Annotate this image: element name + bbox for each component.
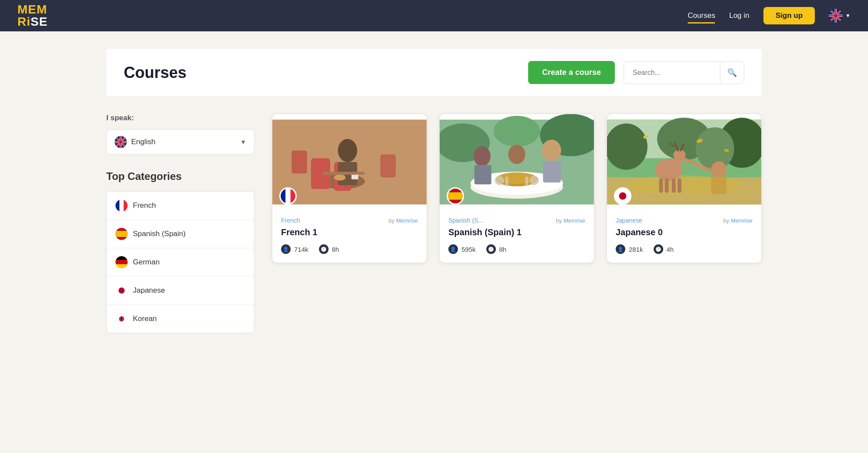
language-select-chevron: ▼ xyxy=(240,139,246,145)
learners-icon: 👤 xyxy=(281,244,291,254)
svg-rect-24 xyxy=(115,260,128,264)
japanese0-title: Japanese 0 xyxy=(616,227,753,237)
svg-rect-25 xyxy=(115,264,128,268)
japanese0-meta: Japanese by Memrise xyxy=(616,217,753,224)
spanish1-duration: 8h xyxy=(499,246,507,253)
svg-rect-61 xyxy=(525,177,528,186)
course-card-spanish1[interactable]: Spanish (S... by Memrise Spanish (Spain)… xyxy=(439,114,594,263)
svg-rect-76 xyxy=(665,178,669,193)
svg-rect-43 xyxy=(285,189,290,203)
spanish1-title: Spanish (Spain) 1 xyxy=(448,227,585,237)
spanish1-flag xyxy=(447,187,464,205)
japanese0-image-container xyxy=(607,114,761,210)
japanese0-time: 🕐 4h xyxy=(654,244,674,254)
french1-time: 🕐 8h xyxy=(319,244,339,254)
svg-point-66 xyxy=(607,124,648,170)
nav-signup-button[interactable]: Sign up xyxy=(763,7,815,24)
learners-icon-3: 👤 xyxy=(616,244,625,254)
svg-rect-42 xyxy=(281,189,285,203)
svg-rect-19 xyxy=(119,199,123,212)
search-icon: 🔍 xyxy=(727,68,737,77)
search-input[interactable] xyxy=(624,63,720,83)
category-french-label: French xyxy=(133,201,156,210)
svg-rect-22 xyxy=(115,231,128,237)
sidebar: I speak: English ▼ xyxy=(106,114,254,333)
svg-rect-20 xyxy=(124,199,128,212)
japanese-flag-icon xyxy=(115,284,128,297)
japanese0-learners: 👤 281k xyxy=(616,244,643,254)
svg-point-53 xyxy=(474,146,491,166)
spanish1-learner-count: 595k xyxy=(461,246,476,253)
japanese0-flag xyxy=(614,187,631,205)
nav-language-selector[interactable]: ▼ xyxy=(829,9,851,23)
logo-mem: MEM xyxy=(17,3,47,16)
svg-rect-83 xyxy=(711,177,726,194)
uk-flag-icon xyxy=(829,9,843,23)
spanish1-image-container xyxy=(440,114,594,210)
page-title: Courses xyxy=(124,64,186,82)
language-chevron-icon: ▼ xyxy=(845,13,851,19)
spanish1-meta: Spanish (S... by Memrise xyxy=(448,217,585,224)
svg-point-89 xyxy=(619,193,627,200)
french1-duration: 8h xyxy=(332,246,339,253)
courses-grid: French by Memrise French 1 👤 714k 🕐 8h xyxy=(272,114,762,333)
french1-learner-count: 714k xyxy=(294,246,309,253)
svg-point-58 xyxy=(495,176,504,185)
french1-image-container xyxy=(272,114,427,210)
category-item-spanish[interactable]: Spanish (Spain) xyxy=(107,220,254,248)
category-item-japanese[interactable]: Japanese xyxy=(107,277,254,305)
spanish1-learners: 👤 595k xyxy=(448,244,476,254)
japanese0-lang-link[interactable]: Japanese xyxy=(616,217,642,224)
spanish1-time: 🕐 8h xyxy=(486,244,507,254)
spanish1-lang-link[interactable]: Spanish (S... xyxy=(448,217,483,224)
french1-flag xyxy=(279,187,297,205)
language-select[interactable]: English ▼ xyxy=(106,129,254,155)
speak-label: I speak: xyxy=(106,114,254,122)
japanese0-duration: 4h xyxy=(667,246,674,253)
category-japanese-label: Japanese xyxy=(133,286,165,295)
svg-point-57 xyxy=(509,145,526,164)
french1-title: French 1 xyxy=(281,227,418,237)
nav-courses-link[interactable]: Courses xyxy=(688,11,715,20)
logo-rise: RiSE xyxy=(17,15,47,28)
svg-rect-23 xyxy=(115,256,128,260)
nav-login-link[interactable]: Log in xyxy=(729,11,749,20)
french1-by: by Memrise xyxy=(389,217,418,224)
selected-language-flag xyxy=(115,136,127,148)
french1-lang-link[interactable]: French xyxy=(281,217,300,224)
category-item-french[interactable]: French xyxy=(107,192,254,220)
spanish1-stats: 👤 595k 🕐 8h xyxy=(448,244,585,254)
german-flag-icon xyxy=(115,256,128,268)
svg-rect-63 xyxy=(448,193,463,200)
selected-language-name: English xyxy=(131,138,156,146)
logo[interactable]: MEM RiSE xyxy=(17,3,47,28)
french1-meta: French by Memrise xyxy=(281,217,418,224)
korean-flag-icon xyxy=(115,313,128,325)
time-icon-2: 🕐 xyxy=(486,244,496,254)
category-item-korean[interactable]: Korean xyxy=(107,305,254,333)
french1-stats: 👤 714k 🕐 8h xyxy=(281,244,418,254)
svg-rect-78 xyxy=(678,178,682,193)
top-bar: Courses Create a course 🔍 xyxy=(106,49,762,96)
svg-rect-77 xyxy=(672,178,676,193)
create-course-button[interactable]: Create a course xyxy=(528,61,615,84)
category-list: French Spanish (Spain) xyxy=(106,191,254,333)
course-card-french1[interactable]: French by Memrise French 1 👤 714k 🕐 8h xyxy=(272,114,427,263)
time-icon: 🕐 xyxy=(319,244,329,254)
svg-point-82 xyxy=(711,161,726,178)
spanish-flag-icon xyxy=(115,228,128,240)
search-button[interactable]: 🔍 xyxy=(720,62,744,84)
category-korean-label: Korean xyxy=(133,314,157,323)
course-card-japanese0[interactable]: Japanese by Memrise Japanese 0 👤 281k 🕐 … xyxy=(607,114,762,263)
svg-point-55 xyxy=(542,140,561,162)
japanese0-info: Japanese by Memrise Japanese 0 👤 281k 🕐 … xyxy=(607,210,761,263)
svg-rect-44 xyxy=(291,189,295,203)
spanish1-by: by Memrise xyxy=(556,217,585,224)
learners-icon-2: 👤 xyxy=(448,244,458,254)
spanish1-info: Spanish (S... by Memrise Spanish (Spain)… xyxy=(440,210,594,263)
japanese0-stats: 👤 281k 🕐 4h xyxy=(616,244,753,254)
category-item-german[interactable]: German xyxy=(107,248,254,277)
svg-point-48 xyxy=(494,116,540,147)
french-flag-icon xyxy=(115,199,128,212)
svg-rect-18 xyxy=(115,199,119,212)
